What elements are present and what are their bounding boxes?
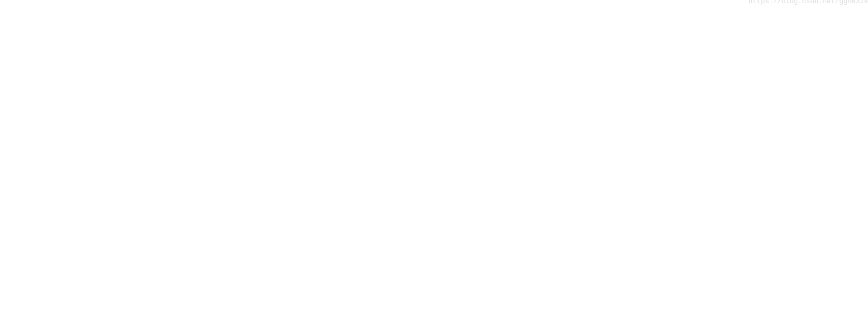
watermark: https://blog.csdn.net/ggh0314 [749, 0, 868, 5]
arrows-overlay [0, 0, 868, 11]
